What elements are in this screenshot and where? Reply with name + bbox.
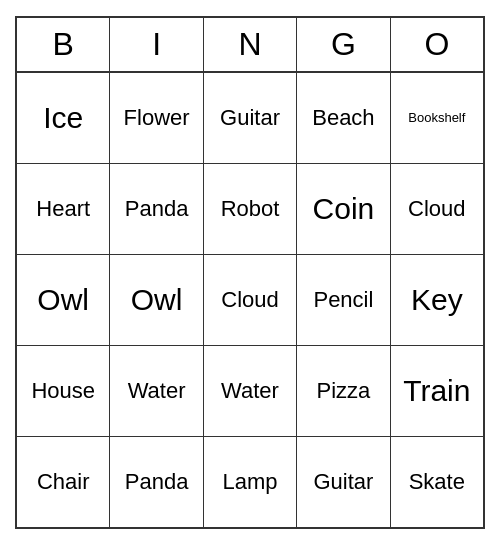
bingo-cell-4-2: Lamp <box>204 437 297 527</box>
cell-text-3-1: Water <box>128 378 186 404</box>
bingo-cell-3-1: Water <box>110 346 203 436</box>
bingo-cell-0-0: Ice <box>17 73 110 163</box>
cell-text-2-1: Owl <box>131 283 183 317</box>
bingo-cell-2-2: Cloud <box>204 255 297 345</box>
bingo-row-1: HeartPandaRobotCoinCloud <box>17 164 483 255</box>
bingo-cell-0-4: Bookshelf <box>391 73 483 163</box>
header-cell-N: N <box>204 18 297 71</box>
bingo-cell-0-3: Beach <box>297 73 390 163</box>
header-cell-O: O <box>391 18 483 71</box>
bingo-cell-2-0: Owl <box>17 255 110 345</box>
cell-text-4-2: Lamp <box>222 469 277 495</box>
header-cell-G: G <box>297 18 390 71</box>
bingo-cell-0-1: Flower <box>110 73 203 163</box>
bingo-cell-1-2: Robot <box>204 164 297 254</box>
bingo-cell-2-4: Key <box>391 255 483 345</box>
bingo-cell-1-4: Cloud <box>391 164 483 254</box>
bingo-cell-2-3: Pencil <box>297 255 390 345</box>
bingo-cell-3-3: Pizza <box>297 346 390 436</box>
cell-text-3-3: Pizza <box>317 378 371 404</box>
bingo-cell-4-3: Guitar <box>297 437 390 527</box>
bingo-cell-2-1: Owl <box>110 255 203 345</box>
bingo-row-0: IceFlowerGuitarBeachBookshelf <box>17 73 483 164</box>
bingo-cell-3-2: Water <box>204 346 297 436</box>
bingo-cell-4-0: Chair <box>17 437 110 527</box>
cell-text-2-2: Cloud <box>221 287 278 313</box>
cell-text-0-0: Ice <box>43 101 83 135</box>
cell-text-0-4: Bookshelf <box>408 110 465 125</box>
bingo-cell-1-0: Heart <box>17 164 110 254</box>
cell-text-2-4: Key <box>411 283 463 317</box>
bingo-cell-0-2: Guitar <box>204 73 297 163</box>
cell-text-4-0: Chair <box>37 469 90 495</box>
bingo-rows: IceFlowerGuitarBeachBookshelfHeartPandaR… <box>17 73 483 527</box>
bingo-header: BINGO <box>17 18 483 73</box>
bingo-cell-1-1: Panda <box>110 164 203 254</box>
header-cell-B: B <box>17 18 110 71</box>
bingo-cell-4-4: Skate <box>391 437 483 527</box>
cell-text-3-4: Train <box>403 374 470 408</box>
cell-text-3-2: Water <box>221 378 279 404</box>
cell-text-1-4: Cloud <box>408 196 465 222</box>
bingo-board: BINGO IceFlowerGuitarBeachBookshelfHeart… <box>15 16 485 529</box>
cell-text-0-2: Guitar <box>220 105 280 131</box>
bingo-row-2: OwlOwlCloudPencilKey <box>17 255 483 346</box>
bingo-row-4: ChairPandaLampGuitarSkate <box>17 437 483 527</box>
cell-text-0-3: Beach <box>312 105 374 131</box>
cell-text-0-1: Flower <box>124 105 190 131</box>
bingo-cell-3-0: House <box>17 346 110 436</box>
header-cell-I: I <box>110 18 203 71</box>
cell-text-1-0: Heart <box>36 196 90 222</box>
cell-text-4-4: Skate <box>409 469 465 495</box>
cell-text-1-1: Panda <box>125 196 189 222</box>
cell-text-3-0: House <box>31 378 95 404</box>
bingo-row-3: HouseWaterWaterPizzaTrain <box>17 346 483 437</box>
cell-text-4-1: Panda <box>125 469 189 495</box>
cell-text-4-3: Guitar <box>313 469 373 495</box>
cell-text-1-3: Coin <box>313 192 375 226</box>
cell-text-1-2: Robot <box>221 196 280 222</box>
bingo-cell-1-3: Coin <box>297 164 390 254</box>
cell-text-2-0: Owl <box>37 283 89 317</box>
cell-text-2-3: Pencil <box>313 287 373 313</box>
bingo-cell-4-1: Panda <box>110 437 203 527</box>
bingo-cell-3-4: Train <box>391 346 483 436</box>
